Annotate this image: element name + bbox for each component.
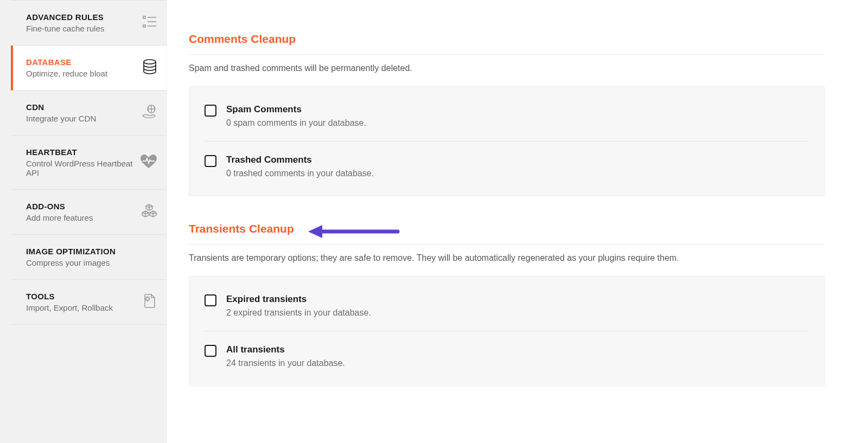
- section-transients-cleanup: Transients Cleanup Transients are tempor…: [189, 222, 825, 386]
- sidebar-item-sub: Add more features: [26, 213, 93, 222]
- sidebar-item-sub: Optimize, reduce bloat: [26, 69, 107, 78]
- sidebar-item-title: HEARTBEAT: [26, 147, 135, 157]
- sidebar-nav: ADVANCED RULES Fine-tune cache rules DAT…: [0, 0, 167, 443]
- option-title: Spam Comments: [226, 104, 366, 115]
- section-description: Transients are temporary options; they a…: [189, 253, 825, 263]
- sidebar-item-sub: Compress your images: [26, 258, 116, 267]
- sidebar-item-tools[interactable]: TOOLS Import, Export, Rollback: [11, 280, 167, 325]
- cubes-icon: [142, 204, 157, 220]
- checkbox-trashed-comments[interactable]: [205, 155, 216, 167]
- option-row-spam-comments: Spam Comments 0 spam comments in your da…: [205, 91, 809, 142]
- option-sub: 0 trashed comments in your database.: [226, 169, 374, 178]
- sidebar-item-title: DATABASE: [26, 57, 107, 67]
- sidebar-item-title: CDN: [26, 102, 96, 112]
- sidebar-item-title: ADVANCED RULES: [26, 12, 104, 22]
- section-description: Spam and trashed comments will be perman…: [189, 63, 825, 73]
- svg-point-7: [146, 297, 149, 300]
- sidebar-item-sub: Control WordPress Heartbeat API: [26, 159, 135, 177]
- sidebar-item-sub: Integrate your CDN: [26, 114, 96, 123]
- sidebar-item-database[interactable]: DATABASE Optimize, reduce bloat: [11, 46, 167, 91]
- sidebar-item-sub: Fine-tune cache rules: [26, 24, 104, 33]
- svg-rect-0: [143, 16, 145, 18]
- sidebar-item-image-optimization[interactable]: IMAGE OPTIMIZATION Compress your images: [11, 235, 167, 280]
- sidebar-item-advanced-rules[interactable]: ADVANCED RULES Fine-tune cache rules: [11, 0, 167, 46]
- globe-hand-icon: [142, 104, 157, 121]
- option-title: Expired transients: [226, 294, 371, 305]
- option-title: Trashed Comments: [226, 155, 374, 165]
- list-icon: [143, 15, 157, 30]
- option-sub: 0 spam comments in your database.: [226, 118, 366, 128]
- option-row-all-transients: All transients 24 transients in your dat…: [205, 331, 809, 381]
- checkbox-expired-transients[interactable]: [205, 294, 216, 306]
- option-title: All transients: [226, 344, 345, 355]
- sidebar-item-title: IMAGE OPTIMIZATION: [26, 247, 116, 256]
- sidebar-item-addons[interactable]: ADD-ONS Add more features: [11, 190, 167, 235]
- sidebar-item-heartbeat[interactable]: HEARTBEAT Control WordPress Heartbeat AP…: [11, 136, 167, 190]
- svg-rect-3: [143, 25, 145, 27]
- checkbox-spam-comments[interactable]: [205, 105, 216, 117]
- option-sub: 24 transients in your database.: [226, 358, 345, 368]
- sidebar-item-title: ADD-ONS: [26, 202, 93, 211]
- sidebar-item-cdn[interactable]: CDN Integrate your CDN: [11, 91, 167, 136]
- gear-file-icon: [143, 293, 157, 311]
- sidebar-item-sub: Import, Export, Rollback: [26, 303, 113, 312]
- section-title: Transients Cleanup: [189, 222, 825, 245]
- svg-point-5: [144, 60, 156, 64]
- option-row-expired-transients: Expired transients 2 expired transients …: [205, 281, 809, 331]
- section-title: Comments Cleanup: [189, 33, 825, 55]
- option-sub: 2 expired transients in your database.: [226, 308, 371, 318]
- database-icon: [143, 59, 157, 76]
- option-group-comments: Spam Comments 0 spam comments in your da…: [189, 86, 825, 196]
- heartbeat-icon: [141, 155, 157, 171]
- checkbox-all-transients[interactable]: [205, 345, 216, 357]
- section-comments-cleanup: Comments Cleanup Spam and trashed commen…: [189, 33, 825, 196]
- main-content: Comments Cleanup Spam and trashed commen…: [167, 0, 868, 443]
- option-group-transients: Expired transients 2 expired transients …: [189, 276, 825, 386]
- sidebar-item-title: TOOLS: [26, 292, 113, 301]
- option-row-trashed-comments: Trashed Comments 0 trashed comments in y…: [205, 142, 809, 191]
- app-layout: ADVANCED RULES Fine-tune cache rules DAT…: [0, 0, 868, 443]
